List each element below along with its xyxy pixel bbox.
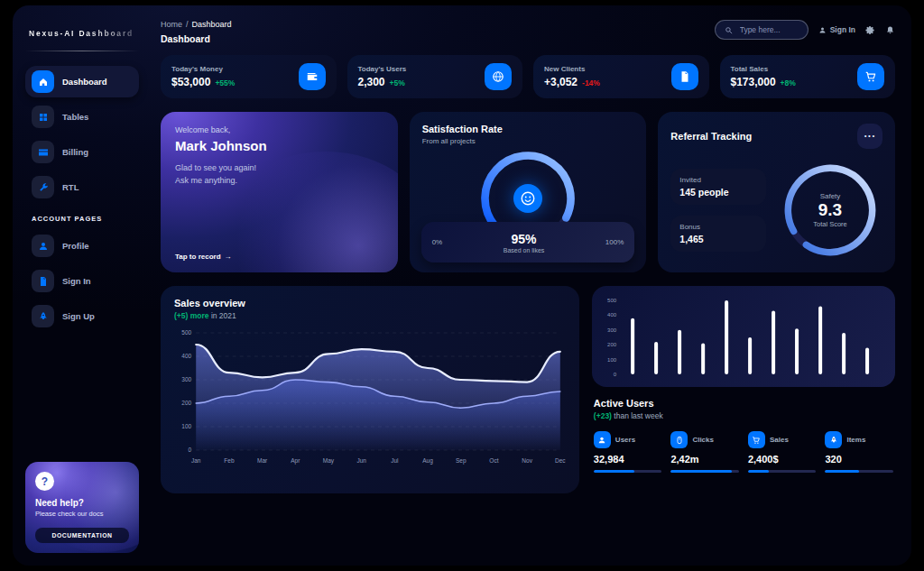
svg-text:100: 100 <box>607 357 617 363</box>
gear-icon[interactable] <box>865 25 875 35</box>
ellipsis-menu-button[interactable]: ... <box>857 124 882 149</box>
sidebar-item-sign-in[interactable]: Sign In <box>25 265 139 297</box>
bell-icon[interactable] <box>885 25 895 35</box>
globe-icon <box>485 63 512 90</box>
svg-text:Jan: Jan <box>191 457 201 464</box>
sidebar-item-label: Profile <box>62 241 89 251</box>
stat-text: Today's Money $53,000 +55% <box>171 65 235 88</box>
stat-delta: -14% <box>582 78 600 87</box>
breadcrumb: Home / Dashboard <box>161 20 232 29</box>
progress-track <box>670 470 739 473</box>
sidebar-divider <box>25 51 139 51</box>
smiley-icon <box>513 184 542 213</box>
svg-text:Aug: Aug <box>422 457 433 465</box>
svg-text:Jun: Jun <box>356 457 366 464</box>
account-pages-heading: ACCOUNT PAGES <box>32 215 139 223</box>
top-bar-actions: Sign In <box>715 20 895 40</box>
stat-card-todays-money: Today's Money $53,000 +55% <box>161 55 337 98</box>
svg-text:Apr: Apr <box>291 457 300 465</box>
documentation-button[interactable]: DOCUMENTATION <box>35 528 129 543</box>
stats-row: Today's Money $53,000 +55% Today's Users… <box>161 55 895 98</box>
satisfaction-max: 100% <box>605 238 624 246</box>
satisfaction-subtitle: From all projects <box>422 137 634 145</box>
person-icon <box>818 26 827 34</box>
metric-label: Sales <box>770 436 789 444</box>
breadcrumb-home[interactable]: Home <box>161 20 182 29</box>
bottom-row: Sales overview (+5) more in 2021 0100200… <box>161 286 895 493</box>
svg-text:500: 500 <box>607 298 617 303</box>
svg-text:300: 300 <box>607 327 617 333</box>
progress-track <box>825 470 893 473</box>
sidebar-item-label: Sign In <box>62 276 91 286</box>
sidebar-item-sign-up[interactable]: Sign Up <box>25 300 139 332</box>
sidebar-item-profile[interactable]: Profile <box>25 230 139 262</box>
stat-text: Total Sales $173,000 +8% <box>731 65 796 88</box>
sidebar-item-rtl[interactable]: RTL <box>25 171 139 203</box>
stat-value: $53,000 <box>171 76 210 88</box>
main-content: Home / Dashboard Dashboard Sign In <box>148 5 911 566</box>
stat-card-total-sales: Total Sales $173,000 +8% <box>720 55 896 98</box>
stat-value: +3,052 <box>544 76 578 88</box>
credit-card-icon <box>32 141 54 163</box>
search-input[interactable] <box>738 24 799 35</box>
stat-value: 2,300 <box>358 76 385 88</box>
sidebar-item-label: Dashboard <box>62 77 107 87</box>
svg-text:0: 0 <box>614 372 617 377</box>
svg-text:400: 400 <box>607 312 617 318</box>
cart-icon <box>748 431 765 448</box>
stat-label: Today's Money <box>171 65 235 73</box>
svg-text:500: 500 <box>181 329 191 336</box>
stat-card-new-clients: New Clients +3,052 -14% <box>533 55 709 98</box>
referral-gauge: Safety 9.3 Total Score <box>780 160 881 261</box>
brand-title: Nexus-AI Dashboard <box>25 29 139 38</box>
progress-track <box>594 470 662 473</box>
svg-text:Mar: Mar <box>257 457 268 464</box>
referral-title: Referral Tracking <box>670 131 752 142</box>
rocket-icon <box>825 431 842 448</box>
breadcrumb-separator: / <box>186 20 189 29</box>
wrench-icon <box>32 176 54 198</box>
bonus-label: Bonus <box>679 223 757 231</box>
sales-overview-chart: 0100200300400500JanFebMarAprMayJunJulAug… <box>174 326 566 468</box>
top-bar: Home / Dashboard Dashboard Sign In <box>161 20 895 44</box>
welcome-card: Welcome back, Mark Johnson Glad to see y… <box>161 112 398 272</box>
stat-text: New Clients +3,052 -14% <box>544 65 600 88</box>
svg-text:Nov: Nov <box>522 457 532 464</box>
metric-sales: Sales 2,400$ <box>748 431 817 473</box>
active-users-delta: (+23) <box>594 411 612 420</box>
metric-value: 2,42m <box>670 454 739 465</box>
question-icon: ? <box>35 472 54 491</box>
stat-delta: +5% <box>390 78 405 87</box>
bonus-stat: Bonus 1,465 <box>670 216 766 252</box>
sidebar-item-billing[interactable]: Billing <box>25 136 139 168</box>
active-users-bar-card: 0100200300400500 <box>592 286 895 387</box>
svg-text:0: 0 <box>189 447 192 453</box>
svg-text:May: May <box>323 457 335 465</box>
satisfaction-min: 0% <box>432 238 443 246</box>
referral-card: Referral Tracking ... Invited 145 people… <box>658 112 895 272</box>
sales-overview-subtitle: (+5) more in 2021 <box>174 311 566 320</box>
help-subtitle: Please check our docs <box>35 510 129 518</box>
sidebar-item-label: Tables <box>62 112 88 122</box>
metric-value: 320 <box>825 454 893 465</box>
sales-overview-card: Sales overview (+5) more in 2021 0100200… <box>161 286 579 493</box>
search-box <box>715 20 808 40</box>
svg-text:Feb: Feb <box>224 457 235 464</box>
referral-body: Invited 145 people Bonus 1,465 Safety 9.… <box>670 160 882 261</box>
sidebar-item-tables[interactable]: Tables <box>25 101 139 133</box>
home-icon <box>32 70 54 93</box>
sign-in-button[interactable]: Sign In <box>818 25 855 34</box>
total-score-caption: Total Score <box>813 220 847 228</box>
svg-text:Oct: Oct <box>489 457 498 464</box>
stat-label: Total Sales <box>731 65 796 73</box>
stat-label: New Clients <box>544 65 600 73</box>
tap-to-record-button[interactable]: Tap to record → <box>175 253 232 261</box>
sidebar-item-dashboard[interactable]: Dashboard <box>25 66 139 97</box>
metric-users: Users 32,984 <box>594 431 662 473</box>
satisfaction-value: 95% <box>504 232 545 246</box>
satisfaction-center: 95% Based on likes <box>504 232 545 253</box>
stat-label: Today's Users <box>358 65 407 73</box>
sidebar-item-label: Billing <box>62 147 88 157</box>
search-icon <box>725 26 733 34</box>
welcome-greeting: Welcome back, <box>175 125 383 134</box>
